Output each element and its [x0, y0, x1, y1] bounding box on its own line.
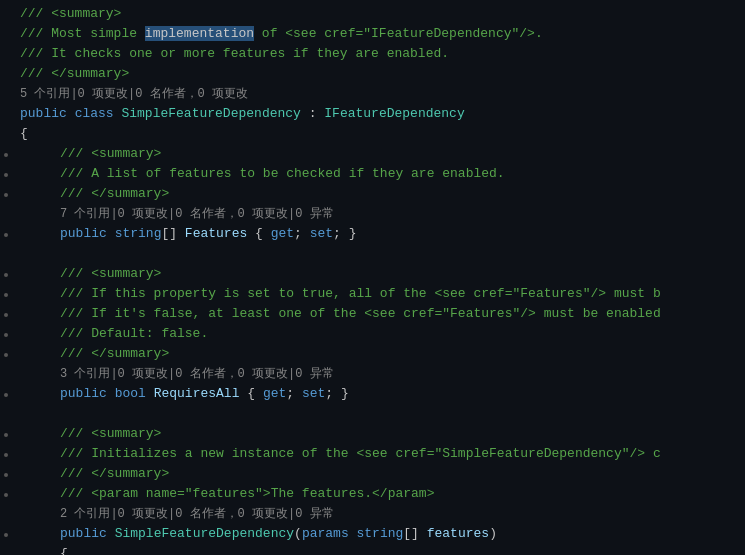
- token-keyword: bool: [115, 386, 146, 401]
- token-type: IFeatureDependency: [324, 106, 464, 121]
- token-plain: (: [294, 526, 302, 541]
- code-line: /// </summary>: [0, 184, 745, 204]
- token-plain: [107, 526, 115, 541]
- token-comment: /// <summary>: [60, 146, 161, 161]
- line-gutter: [0, 433, 12, 437]
- code-line: /// <summary>: [0, 144, 745, 164]
- token-meta: Features: [185, 226, 247, 241]
- line-text: /// Initializes a new instance of the <s…: [12, 444, 745, 464]
- line-gutter: [0, 333, 12, 337]
- token-keyword: public: [60, 526, 107, 541]
- line-gutter: [0, 233, 12, 237]
- gutter-dot: [4, 93, 8, 97]
- code-line: /// </summary>: [0, 64, 745, 84]
- token-meta: RequiresAll: [154, 386, 240, 401]
- token-info: 2 个引用|0 项更改|0 名作者，0 项更改|0 异常: [60, 507, 334, 521]
- gutter-dot: [4, 153, 8, 157]
- token-keyword: get: [263, 386, 286, 401]
- token-plain: [67, 106, 75, 121]
- line-gutter: [0, 133, 12, 137]
- line-gutter: [0, 393, 12, 397]
- token-comment: /// </summary>: [60, 466, 169, 481]
- line-text: public class SimpleFeatureDependency : I…: [12, 104, 745, 124]
- line-gutter: [0, 353, 12, 357]
- gutter-dot: [4, 473, 8, 477]
- token-plain: [146, 386, 154, 401]
- token-keyword: params: [302, 526, 349, 541]
- token-comment: /// <param name="features">The features.…: [60, 486, 434, 501]
- gutter-dot: [4, 333, 8, 337]
- code-line: /// </summary>: [0, 464, 745, 484]
- line-text: {: [12, 544, 745, 555]
- token-plain: ;: [286, 386, 302, 401]
- code-line: {: [0, 544, 745, 555]
- line-gutter: [0, 313, 12, 317]
- code-line: /// Default: false.: [0, 324, 745, 344]
- token-keyword: string: [357, 526, 404, 541]
- token-comment: /// </summary>: [60, 346, 169, 361]
- line-gutter: [0, 373, 12, 377]
- line-text: public bool RequiresAll { get; set; }: [12, 384, 745, 404]
- token-plain: ;: [294, 226, 310, 241]
- token-bracket: {: [20, 126, 28, 141]
- gutter-dot: [4, 433, 8, 437]
- token-plain: ; }: [325, 386, 348, 401]
- code-line: /// Most simple implementation of <see c…: [0, 24, 745, 44]
- token-keyword: class: [75, 106, 114, 121]
- code-line: 5 个引用|0 项更改|0 名作者，0 项更改: [0, 84, 745, 104]
- code-line: /// <param name="features">The features.…: [0, 484, 745, 504]
- code-line: public bool RequiresAll { get; set; }: [0, 384, 745, 404]
- token-plain: []: [403, 526, 426, 541]
- line-text: /// If this property is set to true, all…: [12, 284, 745, 304]
- token-bracket: {: [60, 546, 68, 555]
- gutter-dot: [4, 373, 8, 377]
- line-gutter: [0, 473, 12, 477]
- token-type: SimpleFeatureDependency: [115, 526, 294, 541]
- gutter-dot: [4, 293, 8, 297]
- token-plain: [349, 526, 357, 541]
- token-info: 7 个引用|0 项更改|0 名作者，0 项更改|0 异常: [60, 207, 334, 221]
- line-gutter: [0, 13, 12, 17]
- gutter-dot: [4, 393, 8, 397]
- code-line: /// A list of features to be checked if …: [0, 164, 745, 184]
- code-line: public class SimpleFeatureDependency : I…: [0, 104, 745, 124]
- line-text: 3 个引用|0 项更改|0 名作者，0 项更改|0 异常: [12, 364, 745, 384]
- line-text: /// <param name="features">The features.…: [12, 484, 745, 504]
- line-text: /// <summary>: [12, 424, 745, 444]
- gutter-dot: [4, 533, 8, 537]
- token-plain: [107, 386, 115, 401]
- line-text: 5 个引用|0 项更改|0 名作者，0 项更改: [12, 84, 745, 104]
- line-gutter: [0, 533, 12, 537]
- line-gutter: [0, 93, 12, 97]
- gutter-dot: [4, 233, 8, 237]
- gutter-dot: [4, 353, 8, 357]
- line-text: /// </summary>: [12, 464, 745, 484]
- code-line: /// <summary>: [0, 264, 745, 284]
- line-gutter: [0, 53, 12, 57]
- code-line: {: [0, 124, 745, 144]
- line-gutter: [0, 173, 12, 177]
- gutter-dot: [4, 493, 8, 497]
- token-plain: :: [301, 106, 324, 121]
- token-keyword: public: [20, 106, 67, 121]
- code-line: /// Initializes a new instance of the <s…: [0, 444, 745, 464]
- line-text: /// A list of features to be checked if …: [12, 164, 745, 184]
- line-text: /// <summary>: [12, 144, 745, 164]
- line-text: /// </summary>: [12, 344, 745, 364]
- gutter-dot: [4, 33, 8, 37]
- code-line: public SimpleFeatureDependency(params st…: [0, 524, 745, 544]
- token-comment: /// <summary>: [60, 426, 161, 441]
- token-comment: /// </summary>: [20, 66, 129, 81]
- code-line: 2 个引用|0 项更改|0 名作者，0 项更改|0 异常: [0, 504, 745, 524]
- token-plain: {: [247, 226, 270, 241]
- line-text: public SimpleFeatureDependency(params st…: [12, 524, 745, 544]
- line-gutter: [0, 273, 12, 277]
- line-gutter: [0, 293, 12, 297]
- token-comment: /// If it's false, at least one of the <…: [60, 306, 661, 321]
- gutter-dot: [4, 453, 8, 457]
- gutter-dot: [4, 404, 8, 408]
- line-gutter: [0, 33, 12, 37]
- gutter-dot: [4, 513, 8, 517]
- gutter-dot: [4, 53, 8, 57]
- token-highlight: implementation: [145, 26, 254, 41]
